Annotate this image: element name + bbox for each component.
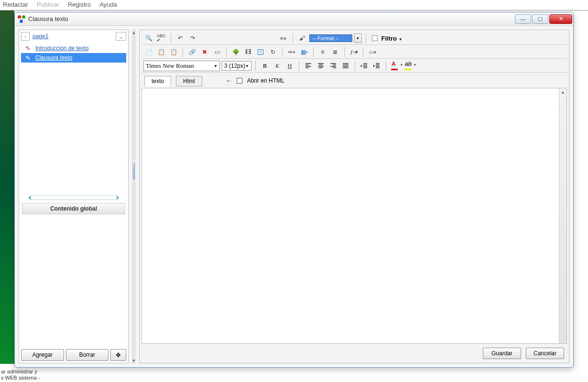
clipboard-icon[interactable]: 📋: [168, 47, 179, 57]
bold-icon[interactable]: B: [260, 61, 270, 71]
delete-button[interactable]: Borrar: [66, 349, 109, 361]
brush-icon[interactable]: 🖌: [297, 33, 307, 43]
nav-icon[interactable]: «»: [278, 33, 289, 43]
separator: [226, 47, 227, 57]
image-icon[interactable]: 🌳: [230, 47, 241, 57]
copy-icon[interactable]: 📄: [143, 47, 154, 57]
left-panel: ↓ page1 .. ✎ Introducción de texto ✎ Cla…: [19, 30, 129, 363]
maximize-button[interactable]: ▢: [532, 14, 548, 24]
date-icon[interactable]: 7: [255, 47, 266, 57]
align-justify-icon[interactable]: [340, 61, 351, 71]
separator: [255, 61, 256, 71]
separator: [386, 61, 386, 71]
ul-icon[interactable]: ≣: [330, 47, 340, 57]
edit-tool-icon[interactable]: ✏▾: [286, 47, 297, 57]
vertical-splitter[interactable]: ▲ ▼: [132, 30, 135, 363]
separator: [299, 61, 299, 71]
separator: [183, 47, 183, 57]
background-image-strip: [0, 11, 14, 364]
filtro-checkbox[interactable]: [372, 35, 378, 41]
font-name: Times New Roman: [146, 62, 194, 70]
text-editor[interactable]: ▲: [142, 88, 567, 344]
align-right-icon[interactable]: [328, 61, 338, 71]
table-icon[interactable]: ▦▾: [299, 47, 309, 57]
save-button[interactable]: Guardar: [483, 348, 521, 359]
size-select[interactable]: 3 (12px)▼: [222, 61, 251, 71]
separator: [282, 47, 283, 57]
tree-item-label: Clausura texto: [35, 54, 72, 61]
tab-texto[interactable]: texto: [144, 76, 171, 86]
format-dropdown-icon[interactable]: ▼: [354, 33, 362, 43]
toolbar-row-1: 🔍 ABC✔ ↶ ↷ «» 🖌 -- Format -- ▼ Filtro ▼: [142, 32, 567, 45]
redo-icon[interactable]: ↷: [187, 33, 198, 43]
paste-icon[interactable]: 📋: [156, 47, 166, 57]
function-icon[interactable]: ƒx ▾: [348, 47, 359, 57]
align-left-icon[interactable]: [303, 61, 314, 71]
editor-tabs: texto Html ← Abrir en HTML: [142, 74, 567, 88]
toolbar-row-2: 📄 📋 📋 🔗 ✖ ▭ 🌳 🎞 7 ↻ ✏▾ ▦▾ ≡ ≣ ƒx ▾: [142, 46, 567, 59]
anchor-icon[interactable]: ▭: [212, 47, 222, 57]
format-label: -- Format --: [313, 35, 339, 41]
separator: [313, 47, 314, 57]
dialog-window: Clausura texto — ▢ ✕ ↓ page1 .. ✎ Introd…: [14, 12, 574, 368]
font-size: 3 (12px): [224, 63, 245, 69]
tree-item-intro[interactable]: ✎ Introducción de texto: [21, 43, 126, 53]
menu-publicar[interactable]: Publicar: [37, 1, 59, 8]
separator: [171, 33, 171, 43]
close-button[interactable]: ✕: [549, 14, 572, 24]
bg-text-line: ar administrar y: [1, 369, 40, 375]
box-tool-icon[interactable]: ▭▾: [367, 47, 378, 57]
menu-redactar[interactable]: Redactar: [3, 1, 28, 8]
scroll-down-icon[interactable]: ▼: [133, 358, 135, 363]
tree-item-label: Introducción de texto: [35, 45, 88, 52]
highlight-color-icon[interactable]: ab▾: [403, 61, 415, 71]
global-content-header[interactable]: Contenido global: [22, 203, 125, 214]
menu-ayuda[interactable]: Ayuda: [99, 1, 117, 8]
tree-spacer: [21, 63, 126, 193]
tree-item-clausura[interactable]: ✎ Clausura texto: [21, 53, 126, 63]
page-link[interactable]: page1: [33, 33, 113, 40]
underline-icon[interactable]: H: [284, 61, 295, 71]
font-color-icon[interactable]: A▾: [390, 61, 402, 71]
back-arrow-icon[interactable]: ←: [226, 77, 232, 84]
scroll-up-icon[interactable]: ▲: [559, 88, 566, 96]
editor-scrollbar[interactable]: ▲: [559, 88, 566, 343]
refresh-icon[interactable]: ↻: [268, 47, 278, 57]
move-button[interactable]: ✥: [110, 349, 126, 361]
cancel-button[interactable]: Cancelar: [526, 348, 564, 359]
collapse-icon[interactable]: ↓: [21, 32, 30, 41]
minimize-button[interactable]: —: [515, 14, 531, 24]
background-text: ar administrar y s WEB sistema -: [1, 369, 40, 381]
align-center-icon[interactable]: [316, 61, 326, 71]
link-icon[interactable]: 🔗: [187, 47, 197, 57]
toolbar-row-3: Times New Roman▼ 3 (12px)▼ B K H: [142, 60, 567, 73]
undo-icon[interactable]: ↶: [175, 33, 185, 43]
titlebar[interactable]: Clausura texto — ▢ ✕: [15, 12, 573, 26]
media-icon[interactable]: 🎞: [243, 47, 253, 57]
ol-icon[interactable]: ≡: [317, 47, 328, 57]
separator: [366, 33, 366, 43]
scroll-thumb[interactable]: [133, 163, 135, 180]
editor-panel: 🔍 ABC✔ ↶ ↷ «» 🖌 -- Format -- ▼ Filtro ▼: [139, 30, 569, 363]
scroll-up-icon[interactable]: ▲: [133, 30, 135, 35]
global-spacer: [21, 215, 126, 346]
edit-icon: ✎: [24, 54, 32, 62]
italic-icon[interactable]: K: [272, 61, 283, 71]
unlink-icon[interactable]: ✖: [199, 47, 210, 57]
spellcheck-icon[interactable]: ABC✔: [156, 33, 167, 43]
main-menubar: Redactar Publicar Registro Ayuda: [0, 0, 588, 11]
open-html-checkbox[interactable]: [237, 78, 242, 84]
menu-registro[interactable]: Registro: [68, 1, 91, 8]
format-select[interactable]: -- Format --: [309, 34, 352, 42]
font-select[interactable]: Times New Roman▼: [143, 61, 220, 71]
indent-icon[interactable]: [371, 61, 382, 71]
filtro-label[interactable]: Filtro ▼: [381, 35, 403, 42]
edit-icon: ✎: [24, 44, 32, 52]
more-button[interactable]: ..: [116, 32, 126, 41]
outdent-icon[interactable]: [359, 61, 370, 71]
preview-icon[interactable]: 🔍: [143, 33, 154, 43]
add-button[interactable]: Agregar: [21, 349, 64, 361]
tab-html[interactable]: Html: [176, 76, 202, 86]
panel-splitter[interactable]: [31, 195, 117, 200]
dialog-title: Clausura texto: [28, 15, 514, 22]
